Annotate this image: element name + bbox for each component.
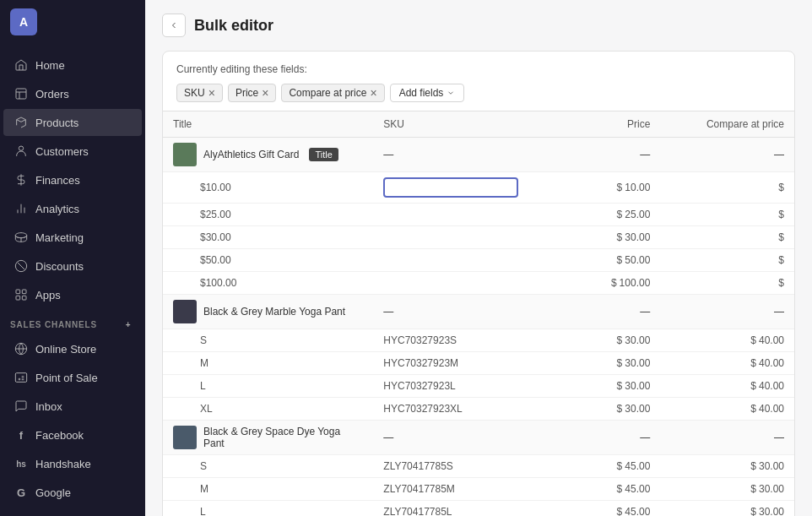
pos-icon (14, 370, 29, 385)
sidebar-item-inbox[interactable]: Inbox (3, 393, 142, 420)
sidebar-item-label: Customers (35, 145, 89, 158)
col-header-price: Price (565, 111, 660, 138)
product-name: AlyAthletics Gift Card (203, 149, 299, 160)
variant-sku-cell[interactable] (373, 172, 565, 204)
field-tag-price-label: Price (235, 87, 258, 99)
field-tag-compare-price: Compare at price × (281, 84, 384, 102)
variant-title-cell: $100.00 (163, 272, 373, 295)
currency-symbol-empty: $ (670, 254, 784, 266)
svg-point-1 (19, 146, 23, 150)
sidebar-item-facebook[interactable]: f Facebook (3, 421, 142, 448)
sidebar-item-analytics[interactable]: Analytics (3, 195, 142, 222)
currency-symbol: $ (617, 182, 623, 193)
table-row: LHYC70327923L$30.00$40.00 (163, 375, 794, 398)
sidebar-item-label: Home (35, 59, 65, 72)
products-icon (14, 115, 29, 130)
store-avatar[interactable]: A (10, 8, 37, 35)
remove-price-button[interactable]: × (262, 87, 268, 99)
add-fields-button[interactable]: Add fields (390, 84, 465, 102)
table-row: $10.00$10.00$ (163, 172, 794, 204)
page-title: Bulk editor (194, 17, 273, 35)
table-row: AlyAthletics Gift CardTitle——— (163, 138, 794, 172)
back-button[interactable] (162, 14, 186, 37)
sidebar-item-home[interactable]: Home (3, 52, 142, 79)
sidebar-item-marketing[interactable]: Marketing (3, 224, 142, 251)
variant-compare-cell: $ (660, 226, 794, 249)
variant-title-cell: XL (163, 398, 373, 421)
price-value: 100.00 (620, 277, 651, 289)
price-value: 30.00 (625, 357, 650, 369)
col-header-sku: SKU (373, 111, 565, 138)
table-row: LZLY70417785L$45.00$30.00 (163, 501, 794, 517)
sidebar-item-label: Inbox (35, 400, 62, 413)
price-value: 10.00 (625, 182, 650, 193)
sidebar-item-label: Marketing (35, 231, 84, 244)
price-value: 45.00 (625, 483, 650, 495)
currency-symbol: $ (617, 334, 623, 346)
sidebar-item-discounts[interactable]: Discounts (3, 253, 142, 280)
product-title-cell: Black & Grey Space Dye Yoga Pant (163, 421, 373, 455)
sidebar-item-finances[interactable]: Finances (3, 166, 142, 193)
currency-symbol: $ (617, 357, 623, 369)
compare-price-value: 40.00 (759, 403, 784, 415)
variant-compare-cell: $40.00 (660, 329, 794, 352)
currency-symbol: $ (617, 403, 623, 415)
sidebar-item-customers[interactable]: Customers (3, 138, 142, 165)
currency-symbol: $ (750, 357, 756, 369)
sidebar-item-google[interactable]: G Google (3, 479, 142, 506)
marketing-icon (14, 230, 29, 245)
variant-sku-cell: ZLY70417785M (373, 478, 565, 501)
variant-compare-cell: $ (660, 172, 794, 204)
variant-compare-cell: $40.00 (660, 375, 794, 398)
variant-sku-cell: HYC70327923XL (373, 398, 565, 421)
add-sales-channel-button[interactable]: + (122, 318, 135, 331)
variant-compare-cell: $ (660, 249, 794, 272)
online-store-icon (14, 341, 29, 356)
sidebar-item-handshake[interactable]: hs Handshake (3, 450, 142, 477)
sales-channels-section: Sales Channels + (0, 309, 145, 334)
variant-sku-cell: ZLY70417785S (373, 455, 565, 478)
variant-price-cell: $50.00 (565, 249, 660, 272)
currency-symbol-empty: $ (670, 182, 784, 193)
sidebar-item-pos[interactable]: Point of Sale (3, 364, 142, 391)
price-value: 25.00 (625, 209, 650, 220)
price-value: 50.00 (625, 254, 650, 266)
currency-symbol: $ (750, 483, 756, 495)
remove-compare-button[interactable]: × (370, 87, 376, 99)
sidebar-item-apps[interactable]: Apps (3, 281, 142, 308)
compare-price-value: 30.00 (759, 506, 784, 516)
currency-symbol: $ (617, 483, 623, 495)
currency-symbol: $ (750, 334, 756, 346)
home-icon (14, 57, 29, 73)
sidebar-item-products[interactable]: Products (3, 109, 142, 136)
variant-price-cell: $45.00 (565, 478, 660, 501)
product-price-cell: — (565, 295, 660, 329)
main-content: Bulk editor Currently editing these fiel… (145, 0, 812, 516)
product-name: Black & Grey Marble Yoga Pant (203, 306, 345, 318)
apps-icon (14, 287, 29, 302)
variant-compare-cell: $ (660, 204, 794, 226)
page-header: Bulk editor (162, 14, 795, 37)
sku-input[interactable] (383, 177, 518, 198)
currency-symbol: $ (617, 460, 623, 472)
variant-title-cell: $25.00 (163, 204, 373, 226)
price-value: 30.00 (625, 334, 650, 346)
sidebar-item-online-store[interactable]: Online Store (3, 335, 142, 362)
sidebar-item-label: Handshake (35, 458, 91, 470)
product-sku-cell: — (373, 421, 565, 455)
editing-label: Currently editing these fields: (176, 63, 781, 75)
analytics-icon (14, 201, 29, 216)
svg-rect-3 (22, 290, 26, 294)
variant-title-cell: $50.00 (163, 249, 373, 272)
orders-icon (14, 86, 29, 101)
sidebar-item-label: Finances (35, 174, 80, 187)
field-tag-price: Price × (228, 84, 277, 102)
variant-price-cell: $30.00 (565, 375, 660, 398)
remove-sku-button[interactable]: × (208, 87, 215, 99)
variant-price-cell: $30.00 (565, 329, 660, 352)
currency-symbol: $ (617, 380, 623, 392)
compare-price-value: 40.00 (759, 357, 784, 369)
editor-card: Currently editing these fields: SKU × Pr… (162, 51, 795, 516)
sidebar-item-orders[interactable]: Orders (3, 80, 142, 107)
title-tooltip: Title (309, 148, 338, 161)
